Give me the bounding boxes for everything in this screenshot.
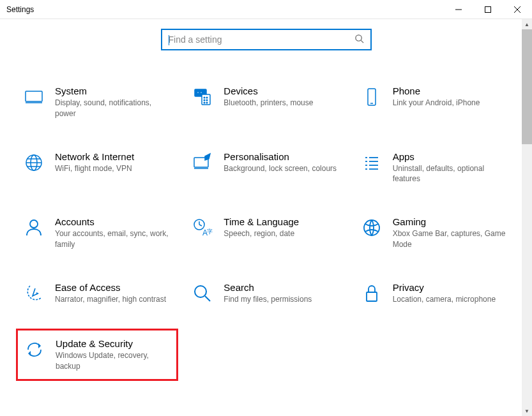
- tile-title: Phone: [393, 85, 510, 96]
- svg-point-10: [197, 92, 199, 94]
- tile-title: Search: [224, 282, 340, 293]
- svg-rect-18: [368, 89, 376, 105]
- tile-title: Accounts: [55, 216, 172, 227]
- titlebar: Settings: [0, 0, 532, 19]
- svg-point-12: [204, 97, 206, 98]
- svg-rect-9: [202, 94, 210, 105]
- tile-title: Apps: [393, 151, 510, 162]
- accessibility-icon: [22, 282, 45, 305]
- tile-phone[interactable]: Phone Link your Android, iPhone: [357, 82, 513, 123]
- magnifier-icon: [191, 282, 214, 305]
- tile-text: Gaming Xbox Game Bar, captures, Game Mod…: [393, 216, 510, 250]
- tile-text: Accounts Your accounts, email, sync, wor…: [55, 216, 172, 250]
- tile-text: Devices Bluetooth, printers, mouse: [224, 85, 340, 119]
- tile-text: Apps Uninstall, defaults, optional featu…: [393, 151, 510, 185]
- svg-rect-1: [485, 6, 491, 12]
- svg-point-13: [207, 97, 208, 98]
- devices-icon: [191, 85, 214, 108]
- tile-personalisation[interactable]: Personalisation Background, lock screen,…: [188, 148, 344, 188]
- search-icon: [354, 34, 364, 46]
- tile-text: Search Find my files, permissions: [224, 282, 340, 305]
- settings-grid: System Display, sound, notifications, po…: [19, 82, 513, 376]
- tile-desc: Background, lock screen, colours: [224, 163, 340, 174]
- tile-text: Personalisation Background, lock screen,…: [224, 151, 340, 185]
- svg-point-41: [364, 220, 379, 235]
- person-icon: [22, 216, 45, 239]
- tile-apps[interactable]: Apps Uninstall, defaults, optional featu…: [357, 148, 513, 188]
- gaming-icon: [360, 216, 383, 239]
- tile-desc: Xbox Game Bar, captures, Game Mode: [393, 228, 510, 250]
- tile-desc: WiFi, flight mode, VPN: [55, 163, 172, 174]
- tile-text: Privacy Location, camera, microphone: [393, 282, 510, 305]
- minimize-button[interactable]: [444, 0, 473, 19]
- svg-marker-46: [38, 343, 41, 348]
- svg-point-15: [207, 100, 208, 101]
- tile-desc: Location, camera, microphone: [393, 294, 510, 305]
- svg-point-35: [30, 220, 38, 228]
- scroll-up-arrow[interactable]: ▲: [522, 19, 532, 29]
- scrollbar[interactable]: ▲ ▼: [522, 19, 532, 416]
- lock-icon: [360, 282, 383, 305]
- close-icon: [514, 6, 521, 13]
- tile-desc: Display, sound, notifications, power: [55, 98, 172, 119]
- svg-point-43: [195, 286, 206, 297]
- tile-text: Phone Link your Android, iPhone: [393, 85, 510, 119]
- tile-accounts[interactable]: Accounts Your accounts, email, sync, wor…: [19, 213, 175, 253]
- apps-icon: [360, 151, 383, 174]
- close-button[interactable]: [503, 0, 532, 19]
- tile-desc: Bluetooth, printers, mouse: [224, 98, 340, 108]
- search-container: [19, 29, 513, 50]
- tile-time-language[interactable]: A字 Time & Language Speech, region, date: [188, 213, 344, 253]
- content-area: System Display, sound, notifications, po…: [0, 19, 532, 416]
- svg-rect-45: [367, 292, 377, 301]
- tile-title: Gaming: [393, 216, 510, 227]
- tile-title: System: [55, 85, 172, 96]
- maximize-icon: [485, 6, 491, 13]
- scrollbar-thumb[interactable]: [522, 29, 532, 144]
- tile-title: Personalisation: [224, 151, 340, 162]
- tile-gaming[interactable]: Gaming Xbox Game Bar, captures, Game Mod…: [357, 213, 513, 253]
- svg-rect-6: [26, 91, 42, 101]
- window-title: Settings: [6, 5, 34, 14]
- svg-point-11: [201, 92, 202, 94]
- tile-update-security[interactable]: Update & Security Windows Update, recove…: [16, 329, 178, 382]
- time-language-icon: A字: [191, 216, 214, 239]
- tile-network[interactable]: Network & Internet WiFi, flight mode, VP…: [19, 148, 175, 188]
- sync-icon: [23, 338, 46, 361]
- svg-line-44: [205, 296, 210, 301]
- tile-text: Time & Language Speech, region, date: [224, 216, 340, 250]
- svg-line-38: [199, 225, 202, 226]
- phone-icon: [360, 85, 383, 108]
- tile-desc: Windows Update, recovery, backup: [56, 350, 171, 372]
- maximize-button[interactable]: [473, 0, 503, 19]
- tile-privacy[interactable]: Privacy Location, camera, microphone: [357, 279, 513, 308]
- scroll-down-arrow[interactable]: ▼: [522, 406, 532, 416]
- tile-devices[interactable]: Devices Bluetooth, printers, mouse: [188, 82, 344, 123]
- paintbrush-icon: [191, 151, 214, 174]
- svg-text:字: 字: [207, 228, 213, 235]
- tile-ease-of-access[interactable]: Ease of Access Narrator, magnifier, high…: [19, 279, 175, 308]
- tile-desc: Narrator, magnifier, high contrast: [55, 294, 172, 305]
- search-input[interactable]: [169, 34, 354, 45]
- tile-title: Update & Security: [56, 338, 171, 349]
- globe-icon: [22, 151, 45, 174]
- tile-desc: Link your Android, iPhone: [393, 98, 510, 108]
- tile-desc: Find my files, permissions: [224, 294, 340, 305]
- svg-point-4: [355, 34, 361, 40]
- svg-marker-47: [28, 351, 31, 356]
- search-box[interactable]: [161, 29, 372, 50]
- svg-point-17: [207, 102, 208, 103]
- tile-title: Devices: [224, 85, 340, 96]
- text-caret: [169, 35, 169, 45]
- tile-title: Time & Language: [224, 216, 340, 227]
- tile-title: Privacy: [393, 282, 510, 293]
- tile-desc: Speech, region, date: [224, 228, 340, 239]
- tile-title: Ease of Access: [55, 282, 172, 293]
- tile-text: System Display, sound, notifications, po…: [55, 85, 172, 119]
- svg-point-16: [204, 102, 206, 103]
- window-controls: [444, 0, 532, 19]
- tile-desc: Uninstall, defaults, optional features: [393, 163, 510, 185]
- system-icon: [22, 85, 45, 108]
- tile-system[interactable]: System Display, sound, notifications, po…: [19, 82, 175, 123]
- tile-search[interactable]: Search Find my files, permissions: [188, 279, 344, 308]
